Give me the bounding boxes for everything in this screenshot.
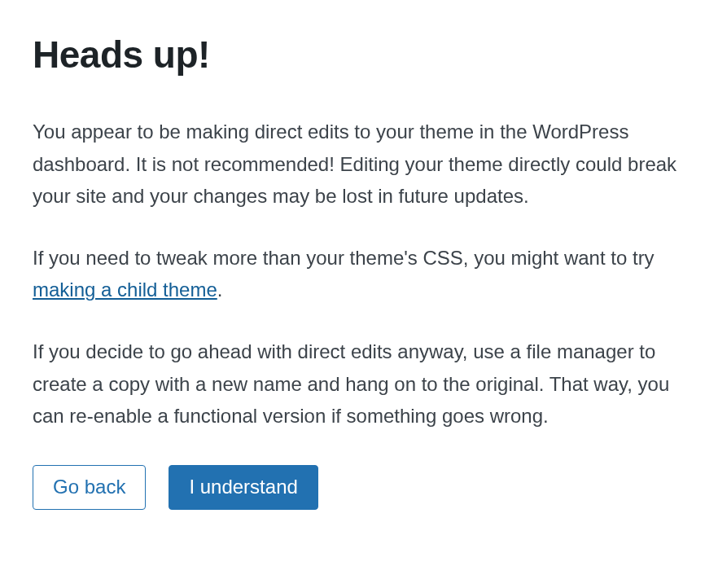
dialog-paragraph-backup: If you decide to go ahead with direct ed… <box>33 336 685 432</box>
dialog-paragraph-intro: You appear to be making direct edits to … <box>33 116 685 213</box>
dialog-text-pre-link: If you need to tweak more than your them… <box>33 247 655 269</box>
dialog-paragraph-child-theme: If you need to tweak more than your them… <box>33 242 685 306</box>
dialog-actions: Go back I understand <box>33 465 685 510</box>
go-back-button[interactable]: Go back <box>33 465 146 510</box>
dialog-text-post-link: . <box>217 279 223 301</box>
dialog-title: Heads up! <box>33 33 685 77</box>
warning-dialog: Heads up! You appear to be making direct… <box>33 33 685 510</box>
child-theme-link[interactable]: making a child theme <box>33 279 217 301</box>
i-understand-button[interactable]: I understand <box>169 465 317 510</box>
